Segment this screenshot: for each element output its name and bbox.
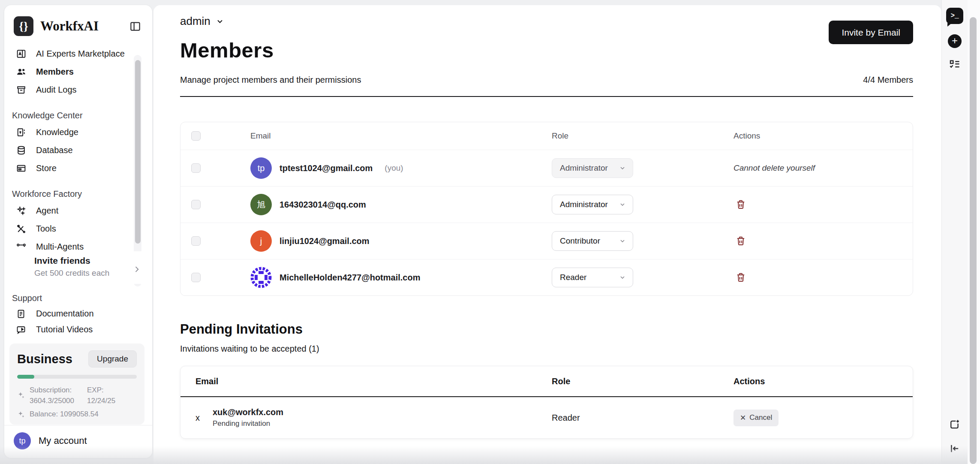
chevron-down-icon <box>619 274 626 281</box>
pending-invitations-title: Pending Invitations <box>180 322 913 337</box>
page-scrollbar[interactable] <box>968 0 980 464</box>
sidebar-item-members[interactable]: Members <box>10 63 133 81</box>
sidebar-item-audit-logs[interactable]: Audit Logs <box>10 81 133 99</box>
app-logo-icon: {} <box>14 16 33 36</box>
sidebar-item-documentation[interactable]: Documentation <box>10 306 146 322</box>
section-label-workforce-factory: Workforce Factory <box>10 189 133 199</box>
sidebar-collapse-icon[interactable] <box>129 21 141 32</box>
sidebar-item-tools[interactable]: Tools <box>10 220 133 238</box>
avatar: 旭 <box>250 194 272 215</box>
sidebar-item-knowledge[interactable]: Knowledge <box>10 123 133 141</box>
support-section: Support Documentation Tutorial Videos <box>4 284 152 337</box>
column-header-role: Role <box>552 131 733 141</box>
page-scrollbar-thumb[interactable] <box>970 17 977 464</box>
expiration-info: EXP:12/24/25 <box>87 385 115 406</box>
invite-by-email-button[interactable]: Invite by Email <box>829 21 913 44</box>
sidebar-item-database[interactable]: Database <box>10 141 133 159</box>
table-row: 旭 1643023014@qq.com Administrator <box>180 186 913 223</box>
invite-friends-title: Invite friends <box>34 256 142 266</box>
role-select[interactable]: Reader <box>552 268 633 287</box>
sidebar-item-label: Store <box>36 163 57 173</box>
sidebar-item-label: Members <box>36 67 74 77</box>
section-label-knowledge-center: Knowledge Center <box>10 111 133 121</box>
members-count: 4/4 Members <box>863 75 913 85</box>
logo-row: {} WorkfxAI <box>4 5 152 43</box>
pending-role: Reader <box>552 413 733 423</box>
sidebar-item-label: Knowledge <box>36 127 78 137</box>
avatar: tp <box>250 157 272 179</box>
add-icon[interactable]: + <box>948 34 962 48</box>
balance-info: Balance: 1099058.54 <box>17 410 137 419</box>
sidebar-item-store[interactable]: Store <box>10 159 133 177</box>
column-header-actions: Actions <box>733 131 913 141</box>
project-switcher[interactable]: admin <box>180 5 224 28</box>
table-row: tp tptest1024@gmail.com (you) Administra… <box>180 150 913 186</box>
avatar-identicon <box>250 267 272 288</box>
cannot-delete-note: Cannot delete yourself <box>733 163 815 172</box>
member-email: 1643023014@qq.com <box>280 200 366 210</box>
pending-status: Pending invitation <box>213 419 283 428</box>
pending-invitations-subtitle: Invitations waiting to be accepted (1) <box>180 344 913 354</box>
sidebar-item-label: Tutorial Videos <box>36 325 93 334</box>
upgrade-button[interactable]: Upgrade <box>88 350 137 368</box>
sidebar-scrollbar-thumb[interactable] <box>135 60 141 244</box>
task-list-icon[interactable] <box>948 58 961 71</box>
invite-friends-banner[interactable]: Invite friends Get 500 credits each <box>4 251 152 284</box>
sidebar-item-label: Multi-Agents <box>36 242 84 252</box>
header-divider <box>180 96 913 97</box>
section-label-support: Support <box>10 293 146 303</box>
plan-card: Business Upgrade Subscription:3604.3/250… <box>9 343 144 425</box>
sidebar-item-label: Database <box>36 145 73 155</box>
main-content: admin Invite by Email Members Manage pro… <box>153 5 941 464</box>
pending-email: xuk@workfx.com <box>213 407 283 417</box>
audit-logs-icon <box>15 84 27 95</box>
my-account-label: My account <box>39 435 87 446</box>
delete-member-button[interactable] <box>733 234 748 248</box>
project-name: admin <box>180 15 210 28</box>
multi-agents-icon <box>15 241 27 252</box>
chevron-down-icon <box>619 165 626 172</box>
new-window-icon[interactable] <box>949 419 961 431</box>
chevron-down-icon <box>216 17 224 26</box>
invite-friends-subtitle: Get 500 credits each <box>34 268 142 278</box>
pending-avatar-placeholder: x <box>195 413 200 423</box>
my-account-button[interactable]: tp My account <box>4 425 152 458</box>
pending-table-header: Email Role Actions <box>180 366 913 397</box>
table-row: MichelleHolden4277@hotmail.com Reader <box>180 259 913 295</box>
role-select[interactable]: Contributor <box>552 231 633 251</box>
tools-icon <box>15 223 27 234</box>
row-checkbox[interactable] <box>191 236 201 246</box>
document-icon <box>15 309 27 319</box>
row-checkbox[interactable] <box>191 163 201 173</box>
row-checkbox[interactable] <box>191 273 201 282</box>
subscription-progress-bar <box>17 375 137 379</box>
sidebar-item-label: Agent <box>36 206 58 216</box>
column-header-email: Email <box>195 377 552 386</box>
select-all-checkbox[interactable] <box>191 131 201 141</box>
role-select: Administrator <box>552 158 633 178</box>
sidebar-nav: AI Experts Marketplace Members Audit Log… <box>4 43 152 251</box>
row-checkbox[interactable] <box>191 200 201 209</box>
sidebar-item-multi-agents[interactable]: Multi-Agents <box>10 238 133 251</box>
delete-member-button[interactable] <box>733 197 748 212</box>
sidebar-item-ai-experts-marketplace[interactable]: AI Experts Marketplace <box>10 45 133 63</box>
collapse-left-icon[interactable] <box>949 443 961 455</box>
sidebar-item-tutorial-videos[interactable]: Tutorial Videos <box>10 322 146 337</box>
terminal-chat-icon[interactable]: >_ <box>946 8 963 24</box>
avatar: j <box>250 230 272 252</box>
chevron-down-icon <box>619 238 626 244</box>
sparkle-icon <box>17 391 25 406</box>
member-email: MichelleHolden4277@hotmail.com <box>280 273 420 283</box>
subscription-info: Subscription:3604.3/25000 <box>17 385 74 406</box>
chevron-right-icon <box>132 265 141 274</box>
sidebar-item-agent[interactable]: Agent <box>10 202 133 220</box>
cancel-invitation-button[interactable]: ✕ Cancel <box>733 410 779 426</box>
role-select[interactable]: Administrator <box>552 195 633 214</box>
sidebar-item-label: Tools <box>36 224 56 234</box>
table-row: x xuk@workfx.com Pending invitation Read… <box>180 397 913 438</box>
column-header-email: Email <box>250 131 552 141</box>
chevron-down-icon <box>619 201 626 208</box>
page-title: Members <box>180 38 913 62</box>
delete-member-button[interactable] <box>733 270 748 285</box>
column-header-actions: Actions <box>733 377 913 386</box>
